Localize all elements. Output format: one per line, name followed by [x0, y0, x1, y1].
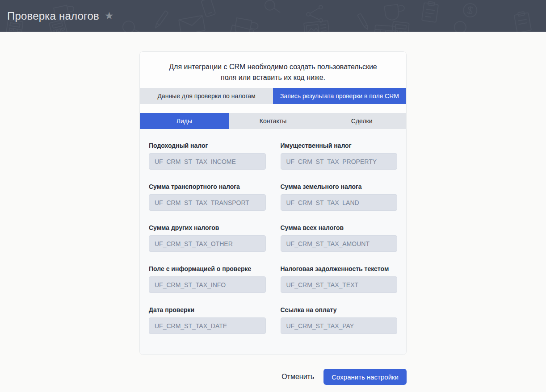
property-tax-code-input[interactable]: [281, 153, 398, 170]
tab-leads-label: Лиды: [176, 117, 192, 125]
field-label: Ссылка на оплату: [281, 306, 398, 313]
other-tax-code-input[interactable]: [149, 235, 266, 252]
tab-check-data[interactable]: Данные для проверки по налогам: [140, 88, 273, 104]
field-label: Дата проверки: [149, 306, 266, 313]
field-income-tax: Подоходный налог: [149, 142, 266, 170]
field-label: Сумма транспортного налога: [149, 183, 266, 190]
footer-actions: Отменить Сохранить настройки: [139, 369, 407, 385]
entity-tabs: Лиды Контакты Сделки: [140, 113, 406, 129]
field-check-date: Дата проверки: [149, 306, 266, 334]
tab-check-data-label: Данные для проверки по налогам: [157, 92, 255, 100]
fields-form: Подоходный налог Имущественный налог Сум…: [140, 129, 406, 354]
tab-contacts-label: Контакты: [260, 117, 286, 125]
field-label: Сумма всех налогов: [281, 224, 398, 231]
total-tax-code-input[interactable]: [281, 235, 398, 252]
field-label: Сумма других налогов: [149, 224, 266, 231]
app-header: Проверка налогов ★: [0, 0, 546, 32]
land-tax-code-input[interactable]: [281, 194, 398, 211]
cancel-button[interactable]: Отменить: [281, 370, 315, 384]
page-body: Для интеграции с CRM необходимо создать …: [0, 32, 546, 385]
field-land-tax: Сумма земельного налога: [281, 183, 398, 211]
tab-contacts[interactable]: Контакты: [229, 113, 318, 129]
check-info-code-input[interactable]: [149, 276, 266, 293]
settings-card: Для интеграции с CRM необходимо создать …: [139, 51, 407, 355]
field-label: Сумма земельного налога: [281, 183, 398, 190]
tabs-gap: [140, 104, 406, 113]
tab-write-results[interactable]: Запись результата проверки в поля CRM: [273, 88, 406, 104]
transport-tax-code-input[interactable]: [149, 194, 266, 211]
tab-deals-label: Сделки: [351, 117, 373, 125]
intro-text: Для интеграции с CRM необходимо создать …: [140, 52, 406, 88]
field-property-tax: Имущественный налог: [281, 142, 398, 170]
field-total-tax: Сумма всех налогов: [281, 224, 398, 252]
main-tabs: Данные для проверки по налогам Запись ре…: [140, 88, 406, 104]
field-transport-tax: Сумма транспортного налога: [149, 183, 266, 211]
field-label: Имущественный налог: [281, 142, 398, 149]
debt-text-code-input[interactable]: [281, 276, 398, 293]
field-other-tax: Сумма других налогов: [149, 224, 266, 252]
field-check-info: Поле с информацией о проверке: [149, 265, 266, 293]
field-label: Подоходный налог: [149, 142, 266, 149]
field-debt-text: Налоговая задолженность текстом: [281, 265, 398, 293]
save-settings-button[interactable]: Сохранить настройки: [323, 369, 407, 385]
favorite-star-icon[interactable]: ★: [105, 11, 114, 21]
field-pay-link: Ссылка на оплату: [281, 306, 398, 334]
income-tax-code-input[interactable]: [149, 153, 266, 170]
tab-leads[interactable]: Лиды: [140, 113, 229, 129]
field-label: Поле с информацией о проверке: [149, 265, 266, 272]
check-date-code-input[interactable]: [149, 317, 266, 334]
page-title: Проверка налогов: [7, 10, 99, 22]
tab-deals[interactable]: Сделки: [317, 113, 406, 129]
tab-write-results-label: Запись результата проверки в поля CRM: [280, 92, 399, 100]
field-label: Налоговая задолженность текстом: [281, 265, 398, 272]
pay-link-code-input[interactable]: [281, 317, 398, 334]
